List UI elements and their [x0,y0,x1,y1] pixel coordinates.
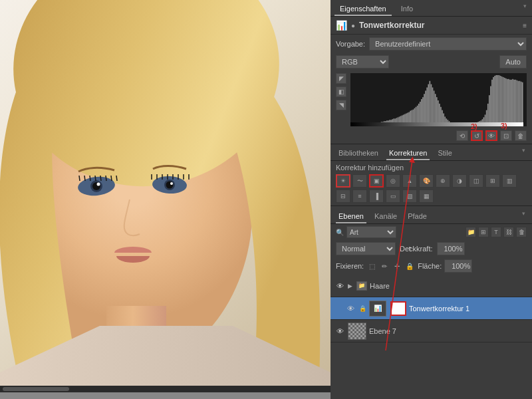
ebenen-panel-collapse[interactable]: ▾ [521,210,527,223]
histogram-icon: 📊 [336,20,347,31]
layer-comp-icon[interactable]: ⊞ [478,227,489,237]
exposure-icon[interactable]: ◎ [386,174,400,188]
histogram-section: ◤ ◧ ◥ [331,70,532,129]
histogram-controls: ⟲ ↺ 2) 👁 ⊡ 3) 🗑 [331,129,532,144]
layer-color-icon[interactable]: T [491,227,501,237]
tab-korrekturen[interactable]: Korrekturen [386,147,430,160]
levels-icon[interactable]: ▣ [369,174,384,188]
tab-eigenschaften[interactable]: Eigenschaften [334,3,392,16]
layer-name-haare: Haare [370,282,528,290]
eyedropper-gray-icon[interactable]: ◧ [336,86,346,97]
curves-icon[interactable]: 〜 [352,174,367,188]
blend-mode-select[interactable]: Normal [336,242,396,255]
clip-shadows-icon[interactable]: ⟲ [456,130,468,141]
flaeche-input[interactable] [444,259,472,273]
layer-lock-icon: 🔒 [358,305,366,313]
korrektur-icons-grid: ☀ 〜 ▣ ◎ ▲ 🎨 ⊕ ◑ ◫ ⊞ ▥ ⊟ ≡ ▐ ▭ ▧ ▦ [336,174,527,203]
panel-collapse-btn[interactable]: ▾ [522,3,528,16]
eyedropper-white-icon[interactable]: ◥ [336,100,346,110]
panel-header: 📊 ● Tonwertkorrektur ≡ [331,17,532,35]
bw-icon[interactable]: ◑ [452,174,467,188]
vibrance-icon[interactable]: ▲ [402,174,417,188]
right-panel: Eigenschaften Info ▾ 📊 ● Tonwertkorrektu… [331,0,532,399]
colorlookup-icon[interactable]: ▥ [502,174,517,188]
channelmixer-icon[interactable]: ⊞ [485,174,500,188]
korrektur-section: Korrektur hinzufügen ☀ 〜 ▣ ◎ ▲ 🎨 ⊕ ◑ ◫ ⊞… [331,161,532,205]
smart-sharpen-icon[interactable]: ▦ [419,190,434,203]
group-expand-icon[interactable]: ▶ [348,283,352,289]
panel-title: Tonwertkorrektur [359,21,424,30]
fix-move-icon[interactable]: ✛ [392,261,402,271]
histogram-display [350,73,527,126]
posterize-icon[interactable]: ≡ [352,190,367,203]
eyedropper-black-icon[interactable]: ◤ [336,73,346,84]
mid-tabs: Bibliotheken Korrekturen Stile ▾ [331,144,532,161]
rgb-channel-select[interactable]: RGB [336,55,389,68]
histogram-tools: ◤ ◧ ◥ [336,73,348,126]
gradient-map-icon[interactable]: ▭ [386,190,400,203]
layer-filter-controls: 🔍 Art 📁 ⊞ T ⛓ 🗑 [331,224,532,240]
new-group-icon[interactable]: 📁 [466,227,476,237]
fixieren-row: Fixieren: ⬚ ✏ ✛ 🔒 Fläche: [331,257,532,275]
layer-name-tonwert: Tonwertkorrektur 1 [409,305,528,313]
layer-name-ebene7: Ebene 7 [369,327,528,335]
fixieren-label: Fixieren: [336,262,364,270]
tab-info[interactable]: Info [396,3,418,16]
photofilter-icon[interactable]: ◫ [469,174,483,188]
layer-ctrl-icons: 📁 ⊞ T ⛓ 🗑 [466,227,527,237]
layers-list: 👁 ▶ 📁 Haare 👁 🔒 📊 Tonwertkorrektur 1 👁 [331,275,532,399]
fix-lock-icon[interactable]: 🔒 [404,261,415,271]
layer-mask-thumbnail[interactable] [390,301,406,316]
fix-checkerboard-icon[interactable]: ⬚ [366,261,377,271]
horizontal-scrollbar[interactable] [3,387,69,391]
layer-thumb-ebene7 [348,323,366,340]
trash-icon[interactable]: 🗑 [515,130,527,141]
rgb-row: RGB Auto [331,53,532,70]
toggle-visibility-icon[interactable]: 👁 [485,130,497,141]
ebenen-tabs: Ebenen Kanäle Pfade ▾ [331,207,532,224]
layer-row-ebene7[interactable]: 👁 Ebene 7 [331,320,532,342]
photo-canvas-area [0,0,331,399]
invert-icon[interactable]: ⊟ [336,190,350,203]
tab-pfade[interactable]: Pfade [405,210,430,223]
reset-icon[interactable]: ↺ 2) [471,130,483,141]
blend-mode-row: Normal ↑ Deckkraft: [331,240,532,257]
hsl-icon[interactable]: 🎨 [419,174,434,188]
vorgabe-row: Vorgabe: Benutzerdefiniert [331,35,532,53]
threshold-icon[interactable]: ▐ [369,190,384,203]
deckkraft-label: Deckkraft: [400,245,433,253]
tab-bibliotheken[interactable]: Bibliotheken [336,147,381,160]
eye-toggle-icon[interactable]: ● [351,22,355,29]
brightness-contrast-icon[interactable]: ☀ [336,174,350,188]
tab-ebenen[interactable]: Ebenen [336,210,366,223]
selective-color-icon[interactable]: ▧ [402,190,417,203]
layer-row-tonwert[interactable]: 👁 🔒 📊 Tonwertkorrektur 1 [331,297,532,320]
layer-visibility-ebene7[interactable]: 👁 [334,327,345,336]
layer-row-haare[interactable]: 👁 ▶ 📁 Haare [331,275,532,297]
mid-panel-collapse[interactable]: ▾ [521,147,527,160]
search-icon: 🔍 [336,229,344,236]
auto-button[interactable]: Auto [499,55,527,68]
layer-mask-icon[interactable]: ⊡ 3) [500,130,512,141]
layer-trash-icon[interactable]: 🗑 [516,227,527,237]
vorgabe-select[interactable]: Benutzerdefiniert [369,37,527,51]
fix-brush-icon[interactable]: ✏ [379,261,390,271]
deckkraft-input[interactable] [437,242,465,255]
layer-type-select[interactable]: Art [346,226,396,238]
properties-tabs: Eigenschaften Info ▾ [331,0,532,17]
colorbalance-icon[interactable]: ⊕ [436,174,450,188]
layer-visibility-haare[interactable]: 👁 [334,281,345,291]
tab-kanaele[interactable]: Kanäle [372,210,400,223]
vorgabe-label: Vorgabe: [336,40,365,48]
group-folder-icon: 📁 [356,281,367,291]
layer-link-icon[interactable]: ⛓ [503,227,514,237]
panel-options-icon[interactable]: ≡ [523,22,527,29]
fixieren-icons: ⬚ ✏ ✛ 🔒 [366,261,415,271]
flaeche-label: Fläche: [418,262,442,270]
korrektur-title: Korrektur hinzufügen [336,164,527,172]
tab-stile[interactable]: Stile [435,147,454,160]
adjustment-layer-icon: 📊 [369,301,386,317]
layer-visibility-tonwert[interactable]: 👁 [345,304,356,313]
